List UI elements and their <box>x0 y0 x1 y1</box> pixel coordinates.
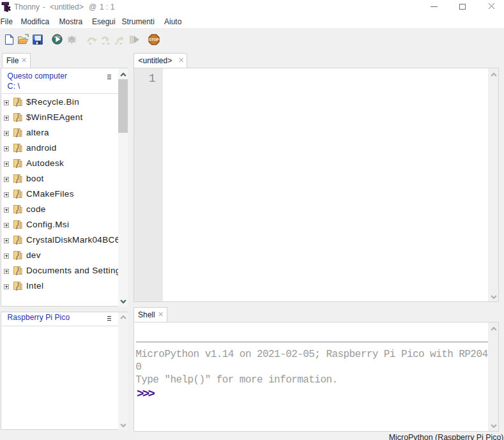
svg-text:STOP: STOP <box>149 38 159 42</box>
